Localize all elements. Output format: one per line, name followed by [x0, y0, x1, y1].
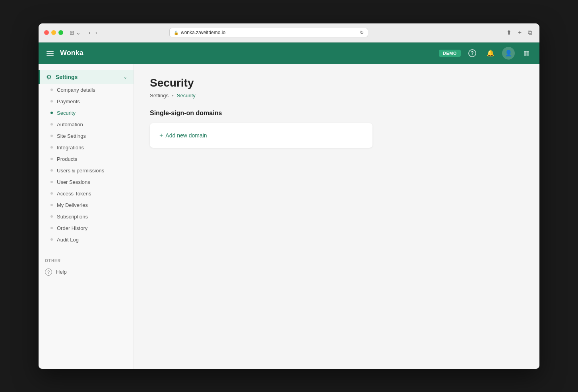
help-nav-icon: ? — [468, 49, 476, 57]
breadcrumb-settings[interactable]: Settings — [150, 93, 169, 98]
notifications-button[interactable]: 🔔 — [484, 46, 497, 60]
sso-card: + Add new domain — [150, 123, 372, 148]
sidebar-label-user-sessions: User Sessions — [57, 179, 90, 185]
sidebar-item-integrations[interactable]: Integrations — [39, 142, 134, 153]
bullet-products — [50, 158, 53, 160]
split-view-button[interactable]: ⧉ — [526, 28, 534, 37]
minimize-button[interactable] — [51, 30, 56, 35]
sidebar-item-access-tokens[interactable]: Access Tokens — [39, 188, 134, 199]
sidebar-item-audit-log[interactable]: Audit Log — [39, 234, 134, 245]
sidebar-item-user-sessions[interactable]: User Sessions — [39, 176, 134, 188]
bullet-company — [50, 89, 53, 91]
sidebar-item-site-settings[interactable]: Site Settings — [39, 130, 134, 142]
sidebar-item-order-history[interactable]: Order History — [39, 222, 134, 234]
hamburger-menu-button[interactable] — [45, 49, 55, 57]
chevron-down-icon: ⌄ — [123, 74, 127, 80]
breadcrumb-current: Security — [177, 93, 196, 98]
sidebar-item-subscriptions[interactable]: Subscriptions — [39, 211, 134, 222]
layout-icon: ▦ — [524, 49, 530, 57]
traffic-lights — [44, 30, 63, 35]
address-bar[interactable]: 🔒 wonka.zaveitdemo.io ↻ — [169, 28, 368, 37]
reload-icon[interactable]: ↻ — [360, 30, 364, 35]
app-title: Wonka — [60, 49, 83, 57]
bullet-integrations — [50, 146, 53, 149]
sidebar-item-settings[interactable]: ⚙ Settings ⌄ — [39, 70, 134, 84]
top-nav: Wonka DEMO ? 🔔 👤 ▦ — [39, 42, 539, 64]
bullet-user-sessions — [50, 181, 53, 183]
sidebar: ⚙ Settings ⌄ Company details Payments — [39, 64, 134, 369]
bullet-users-permissions — [50, 169, 53, 172]
url-text: wonka.zaveitdemo.io — [181, 30, 225, 35]
sidebar-item-help[interactable]: ? Help — [45, 266, 127, 278]
settings-section: ⚙ Settings ⌄ Company details Payments — [39, 67, 134, 249]
sidebar-item-users-permissions[interactable]: Users & permissions — [39, 165, 134, 176]
sidebar-other-section: OTHER ? Help — [39, 255, 134, 281]
nav-buttons: ‹ › — [87, 29, 99, 37]
bullet-access-tokens — [50, 192, 53, 195]
back-button[interactable]: ‹ — [87, 29, 92, 37]
sidebar-item-payments[interactable]: Payments — [39, 96, 134, 107]
sidebar-label-order-history: Order History — [57, 225, 87, 231]
sidebar-item-my-deliveries[interactable]: My Deliveries — [39, 199, 134, 211]
sidebar-label-access-tokens: Access Tokens — [57, 191, 91, 197]
bullet-order-history — [50, 227, 53, 229]
sidebar-label-security: Security — [57, 110, 76, 116]
sidebar-label-company-details: Company details — [57, 87, 95, 93]
demo-badge: DEMO — [439, 50, 461, 57]
user-avatar-button[interactable]: 👤 — [502, 47, 515, 60]
help-label: Help — [56, 269, 67, 275]
browser-window: ⊞ ⌄ ‹ › 🔒 wonka.zaveitdemo.io ↻ ⬆ + ⧉ Wo… — [39, 23, 539, 369]
lock-icon: 🔒 — [174, 31, 178, 35]
bullet-payments — [50, 100, 53, 102]
bullet-security — [50, 112, 53, 114]
gear-icon: ⚙ — [46, 73, 52, 81]
sidebar-item-company-details[interactable]: Company details — [39, 84, 134, 96]
close-button[interactable] — [44, 30, 49, 35]
add-domain-button[interactable]: + Add new domain — [159, 131, 207, 140]
content-area: Security Settings ● Security Single-sign… — [134, 64, 539, 369]
bullet-automation — [50, 123, 53, 126]
breadcrumb-separator: ● — [172, 94, 174, 97]
breadcrumb: Settings ● Security — [150, 93, 524, 98]
sidebar-item-products[interactable]: Products — [39, 153, 134, 165]
forward-button[interactable]: › — [94, 29, 99, 37]
sidebar-label-audit-log: Audit Log — [57, 237, 79, 243]
add-domain-label: Add new domain — [165, 132, 207, 139]
layout-toggle-button[interactable]: ▦ — [520, 46, 533, 60]
sidebar-item-automation[interactable]: Automation — [39, 119, 134, 130]
other-section-label: OTHER — [45, 259, 127, 263]
user-icon: 👤 — [505, 50, 512, 57]
share-button[interactable]: ⬆ — [505, 28, 513, 37]
maximize-button[interactable] — [58, 30, 63, 35]
section-title: Single-sign-on domains — [150, 110, 524, 117]
new-tab-button[interactable]: + — [516, 28, 523, 37]
plus-icon: + — [159, 132, 163, 139]
sidebar-label-subscriptions: Subscriptions — [57, 214, 88, 220]
bullet-audit-log — [50, 238, 53, 241]
sidebar-label-automation: Automation — [57, 122, 83, 127]
browser-chrome: ⊞ ⌄ ‹ › 🔒 wonka.zaveitdemo.io ↻ ⬆ + ⧉ — [39, 23, 539, 42]
bullet-my-deliveries — [50, 204, 53, 206]
sidebar-label-products: Products — [57, 156, 77, 162]
app-container: Wonka DEMO ? 🔔 👤 ▦ ⚙ Se — [39, 42, 539, 369]
sidebar-label-users-permissions: Users & permissions — [57, 168, 104, 174]
sidebar-label-integrations: Integrations — [57, 145, 84, 151]
settings-label: Settings — [56, 74, 119, 80]
sidebar-divider — [45, 252, 127, 252]
help-circle-icon: ? — [45, 268, 52, 276]
bullet-subscriptions — [50, 215, 53, 218]
main-area: ⚙ Settings ⌄ Company details Payments — [39, 64, 539, 369]
page-title: Security — [150, 77, 524, 89]
sidebar-label-site-settings: Site Settings — [57, 133, 86, 139]
help-nav-button[interactable]: ? — [466, 46, 479, 60]
sidebar-toggle-btn[interactable]: ⊞ ⌄ — [68, 29, 82, 37]
sidebar-label-payments: Payments — [57, 98, 80, 104]
bullet-site-settings — [50, 135, 53, 137]
sidebar-item-security[interactable]: Security — [39, 107, 134, 119]
sidebar-label-my-deliveries: My Deliveries — [57, 202, 88, 208]
bell-icon: 🔔 — [487, 49, 495, 57]
browser-actions: ⬆ + ⧉ — [505, 28, 534, 37]
